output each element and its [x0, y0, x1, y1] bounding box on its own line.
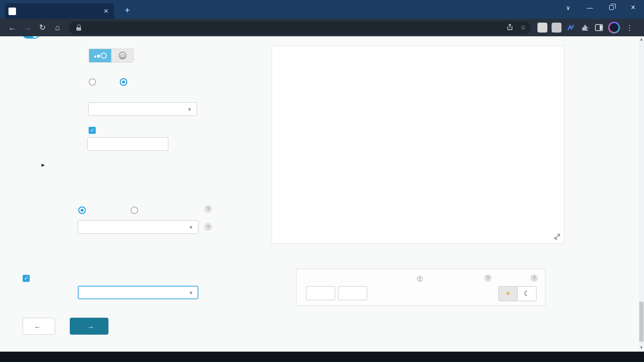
select-shape-dropdown[interactable]: ▾: [78, 220, 198, 234]
bookmark-star-icon[interactable]: ☆: [520, 24, 526, 32]
reload-icon[interactable]: ↻: [35, 21, 50, 34]
page-scrollbar[interactable]: ▲ ▼: [639, 36, 644, 352]
extensions-puzzle-icon[interactable]: [580, 23, 590, 33]
arrow-left-icon: ←: [34, 322, 41, 330]
show-caption-row[interactable]: ✓: [89, 124, 99, 134]
browser-tab-strip: ✕ + ∨ — ×: [0, 0, 644, 19]
light-mode-button[interactable]: ☀: [498, 286, 518, 301]
browser-toolbar: ← → ↻ ⌂ ☆ ⋮: [0, 19, 644, 36]
back-button[interactable]: ←: [23, 318, 55, 335]
chart-preview-card: [272, 46, 564, 244]
new-tab-button[interactable]: +: [121, 4, 134, 17]
select-shape-help-icon[interactable]: ?: [204, 223, 212, 231]
datawrapper-favicon: [8, 8, 16, 15]
number-format-select[interactable]: ▾: [88, 102, 197, 116]
show-caption-checkbox[interactable]: ✓: [89, 127, 96, 134]
tab-close-icon[interactable]: ✕: [102, 7, 110, 16]
dark-mode-group: ☀ ☾: [498, 286, 537, 301]
window-menu-chevron-icon[interactable]: ∨: [557, 0, 579, 15]
share-icon[interactable]: [506, 24, 513, 32]
extension-wave-icon[interactable]: [566, 23, 576, 33]
scroll-up-arrow-icon[interactable]: ▲: [639, 37, 644, 41]
layout-nested-option[interactable]: [111, 49, 133, 62]
back-nav-icon[interactable]: ←: [5, 21, 20, 34]
label-position-right[interactable]: [120, 78, 131, 86]
bottom-dark-bar: [0, 352, 644, 362]
scroll-down-arrow-icon[interactable]: ▼: [639, 346, 644, 350]
width-input[interactable]: [306, 286, 335, 300]
shape-variable-option[interactable]: [131, 206, 141, 214]
radio-below[interactable]: [89, 78, 96, 86]
address-bar[interactable]: ☆: [69, 21, 531, 34]
show-advanced-options[interactable]: ▶: [41, 161, 48, 168]
home-icon[interactable]: ⌂: [50, 21, 65, 34]
proceed-button[interactable]: →: [70, 318, 108, 335]
chevron-down-icon: ▾: [188, 106, 191, 113]
chevron-down-icon: ▾: [190, 289, 192, 296]
trend-method-select[interactable]: ▾: [78, 286, 198, 299]
label-position-below[interactable]: [89, 78, 99, 86]
dark-mode-button[interactable]: ☾: [517, 286, 537, 301]
window-close-button[interactable]: ×: [622, 0, 644, 15]
layout-flat-option[interactable]: [89, 49, 111, 62]
resize-handle-icon[interactable]: [553, 233, 561, 240]
colorblind-help-icon[interactable]: ?: [484, 274, 492, 282]
scatter-plot[interactable]: [272, 93, 564, 206]
height-input[interactable]: [338, 286, 367, 300]
flat-circles-icon: [92, 51, 108, 60]
window-minimize-button[interactable]: —: [579, 0, 601, 15]
moon-icon: ☾: [524, 289, 530, 298]
arrow-right-icon: →: [87, 322, 94, 330]
scrollbar-thumb[interactable]: [639, 302, 644, 342]
sidebar-panel-icon[interactable]: [594, 23, 604, 33]
size-legend-layout-control: [89, 49, 134, 63]
shape-fixed-option[interactable]: [78, 206, 89, 214]
browser-menu-kebab-icon[interactable]: ⋮: [626, 24, 633, 32]
window-restore-button[interactable]: [601, 0, 622, 15]
dark-mode-help-icon[interactable]: ?: [530, 274, 538, 282]
radio-fixed-shape[interactable]: [78, 206, 86, 214]
sun-icon: ☀: [505, 289, 511, 298]
show-trend-line-checkbox[interactable]: ✓: [23, 275, 30, 282]
extension-y-icon[interactable]: [537, 23, 547, 33]
preview-controls-box: ? ? ☀ ☾: [296, 269, 545, 306]
radio-variable[interactable]: [131, 206, 138, 214]
colorblind-check-label: [414, 276, 423, 283]
show-trend-line-row[interactable]: ✓: [23, 272, 33, 282]
triangle-right-icon: ▶: [41, 163, 45, 167]
shape-help-icon[interactable]: ?: [204, 205, 212, 213]
accessibility-icon: [417, 276, 423, 283]
chevron-down-icon: ▾: [190, 224, 192, 230]
forward-nav-icon[interactable]: →: [20, 21, 35, 34]
radio-right[interactable]: [120, 78, 127, 86]
lock-icon[interactable]: [76, 25, 81, 31]
nested-circles-icon: [117, 51, 128, 60]
profile-avatar[interactable]: [608, 22, 620, 33]
extension-h-icon[interactable]: [552, 23, 561, 33]
browser-tab[interactable]: ✕: [5, 3, 114, 19]
caption-text-input[interactable]: [87, 137, 168, 151]
